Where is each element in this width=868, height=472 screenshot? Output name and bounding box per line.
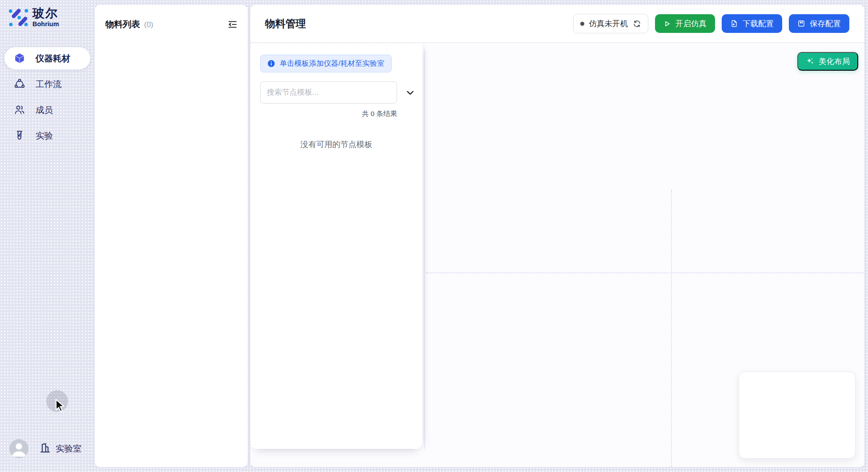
main-card: 物料管理 仿真未开机 开启仿真 bbox=[250, 5, 864, 467]
start-simulation-button[interactable]: 开启仿真 bbox=[655, 14, 715, 33]
canvas-guide-line bbox=[426, 272, 864, 273]
download-config-button[interactable]: 下载配置 bbox=[722, 14, 782, 33]
info-icon bbox=[267, 60, 275, 68]
save-config-label: 保存配置 bbox=[810, 18, 841, 29]
sidebar-item-workflow[interactable]: 工作流 bbox=[4, 73, 90, 95]
start-simulation-label: 开启仿真 bbox=[675, 18, 707, 29]
sidebar-item-label: 实验 bbox=[36, 130, 53, 142]
sidebar-item-members[interactable]: 成员 bbox=[4, 99, 90, 121]
download-config-label: 下载配置 bbox=[743, 18, 774, 29]
sidebar-item-label: 工作流 bbox=[36, 78, 62, 90]
chevron-down-icon[interactable] bbox=[406, 88, 415, 97]
bohrium-logo-icon bbox=[7, 6, 28, 28]
simulation-status-pill[interactable]: 仿真未开机 bbox=[573, 14, 649, 33]
play-icon bbox=[663, 20, 671, 28]
collapse-panel-icon[interactable] bbox=[227, 19, 238, 30]
canvas-guide-line bbox=[671, 190, 672, 467]
mouse-cursor-icon bbox=[53, 398, 67, 416]
banner-text: 单击模板添加仪器/耗材至实验室 bbox=[280, 59, 385, 68]
logo-subtitle: Bohrium bbox=[32, 20, 59, 28]
minimap[interactable] bbox=[739, 372, 856, 459]
members-icon bbox=[13, 104, 25, 116]
empty-templates-text: 没有可用的节点模板 bbox=[250, 139, 422, 150]
materials-panel: 物料列表 (0) bbox=[95, 5, 248, 467]
template-search-row bbox=[260, 81, 422, 104]
beautify-layout-label: 美化布局 bbox=[819, 56, 850, 67]
template-search-input[interactable] bbox=[260, 81, 397, 104]
logo-title: 玻尔 bbox=[32, 7, 59, 20]
sidebar-item-label: 成员 bbox=[36, 104, 53, 116]
materials-list-count: (0) bbox=[144, 20, 153, 29]
workflow-icon bbox=[13, 78, 25, 90]
save-config-button[interactable]: 保存配置 bbox=[789, 14, 849, 33]
test-tube-icon bbox=[13, 130, 25, 142]
sidebar-footer: 实验室 bbox=[0, 439, 95, 458]
avatar[interactable] bbox=[9, 439, 28, 458]
sidebar-item-instruments[interactable]: 仪器耗材 bbox=[4, 47, 90, 69]
materials-panel-header: 物料列表 (0) bbox=[95, 5, 248, 30]
canvas-guide-line bbox=[424, 49, 425, 448]
results-count: 共 0 条结果 bbox=[260, 109, 397, 119]
refresh-icon[interactable] bbox=[633, 20, 641, 28]
node-template-panel: 单击模板添加仪器/耗材至实验室 共 0 条结果 没有可用的节点模板 bbox=[250, 43, 423, 449]
sidebar-item-experiments[interactable]: 实验 bbox=[4, 124, 90, 147]
file-download-icon bbox=[730, 20, 738, 28]
lab-label: 实验室 bbox=[56, 443, 82, 455]
page-title: 物料管理 bbox=[265, 17, 306, 31]
status-dot-icon bbox=[580, 22, 584, 26]
header-controls: 仿真未开机 开启仿真 bbox=[573, 14, 850, 33]
cube-icon bbox=[13, 52, 25, 64]
save-icon bbox=[797, 20, 805, 28]
beautify-layout-button[interactable]: 美化布局 bbox=[797, 52, 858, 71]
flow-canvas[interactable]: 单击模板添加仪器/耗材至实验室 共 0 条结果 没有可用的节点模板 bbox=[250, 43, 864, 467]
bohrium-logo: 玻尔 Bohrium bbox=[7, 6, 59, 28]
materials-list-title: 物料列表 bbox=[105, 18, 140, 30]
sidebar-nav: 仪器耗材 工作流 成员 bbox=[4, 47, 90, 147]
main-header: 物料管理 仿真未开机 开启仿真 bbox=[250, 5, 864, 43]
lab-link[interactable]: 实验室 bbox=[39, 442, 82, 456]
building-icon bbox=[39, 442, 51, 456]
sparkles-icon bbox=[806, 57, 815, 66]
sidebar: 玻尔 Bohrium 仪器耗材 工作流 bbox=[0, 0, 95, 472]
status-label: 仿真未开机 bbox=[589, 18, 628, 29]
sidebar-item-label: 仪器耗材 bbox=[36, 52, 70, 64]
template-hint-banner: 单击模板添加仪器/耗材至实验室 bbox=[260, 55, 392, 72]
